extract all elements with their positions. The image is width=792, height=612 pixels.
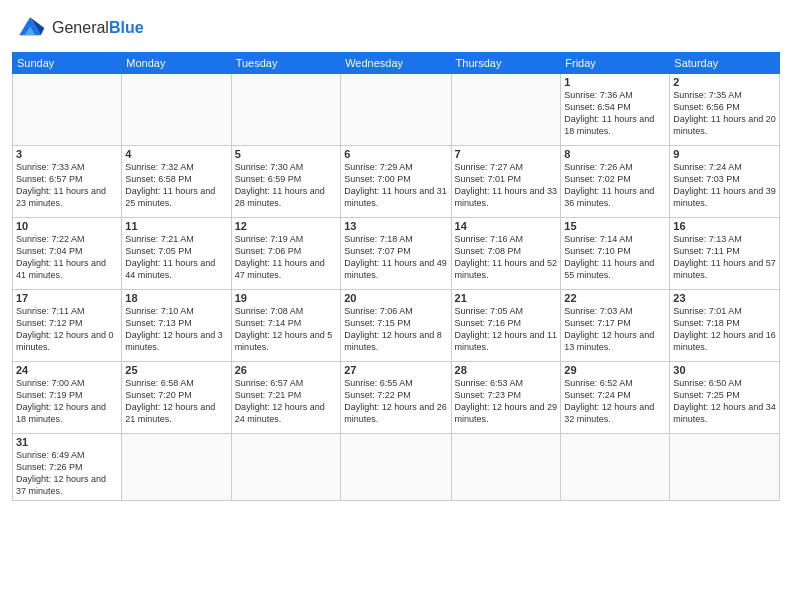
day-info: Sunrise: 7:01 AMSunset: 7:18 PMDaylight:… (673, 305, 776, 354)
calendar-cell: 30Sunrise: 6:50 AMSunset: 7:25 PMDayligh… (670, 362, 780, 434)
day-number: 21 (455, 292, 558, 304)
calendar-week-row: 17Sunrise: 7:11 AMSunset: 7:12 PMDayligh… (13, 290, 780, 362)
calendar-cell (451, 434, 561, 501)
weekday-header-row: SundayMondayTuesdayWednesdayThursdayFrid… (13, 53, 780, 74)
day-info: Sunrise: 7:10 AMSunset: 7:13 PMDaylight:… (125, 305, 227, 354)
calendar-cell: 22Sunrise: 7:03 AMSunset: 7:17 PMDayligh… (561, 290, 670, 362)
logo-text: GeneralBlue (52, 19, 144, 37)
day-info: Sunrise: 6:55 AMSunset: 7:22 PMDaylight:… (344, 377, 447, 426)
day-number: 11 (125, 220, 227, 232)
day-number: 9 (673, 148, 776, 160)
calendar-week-row: 31Sunrise: 6:49 AMSunset: 7:26 PMDayligh… (13, 434, 780, 501)
day-info: Sunrise: 7:19 AMSunset: 7:06 PMDaylight:… (235, 233, 338, 282)
logo: GeneralBlue (12, 10, 144, 46)
calendar-table: SundayMondayTuesdayWednesdayThursdayFrid… (12, 52, 780, 501)
calendar-week-row: 3Sunrise: 7:33 AMSunset: 6:57 PMDaylight… (13, 146, 780, 218)
day-number: 22 (564, 292, 666, 304)
day-number: 12 (235, 220, 338, 232)
calendar-cell (231, 434, 341, 501)
day-number: 5 (235, 148, 338, 160)
calendar-cell: 19Sunrise: 7:08 AMSunset: 7:14 PMDayligh… (231, 290, 341, 362)
calendar-cell: 28Sunrise: 6:53 AMSunset: 7:23 PMDayligh… (451, 362, 561, 434)
day-info: Sunrise: 6:50 AMSunset: 7:25 PMDaylight:… (673, 377, 776, 426)
calendar-cell: 7Sunrise: 7:27 AMSunset: 7:01 PMDaylight… (451, 146, 561, 218)
calendar-cell: 21Sunrise: 7:05 AMSunset: 7:16 PMDayligh… (451, 290, 561, 362)
logo-icon (12, 10, 48, 46)
day-info: Sunrise: 7:21 AMSunset: 7:05 PMDaylight:… (125, 233, 227, 282)
calendar-cell (122, 74, 231, 146)
day-number: 16 (673, 220, 776, 232)
day-info: Sunrise: 7:22 AMSunset: 7:04 PMDaylight:… (16, 233, 118, 282)
day-number: 28 (455, 364, 558, 376)
day-number: 14 (455, 220, 558, 232)
day-info: Sunrise: 7:16 AMSunset: 7:08 PMDaylight:… (455, 233, 558, 282)
calendar-week-row: 10Sunrise: 7:22 AMSunset: 7:04 PMDayligh… (13, 218, 780, 290)
calendar-cell: 10Sunrise: 7:22 AMSunset: 7:04 PMDayligh… (13, 218, 122, 290)
calendar-cell: 12Sunrise: 7:19 AMSunset: 7:06 PMDayligh… (231, 218, 341, 290)
calendar-cell (670, 434, 780, 501)
calendar-week-row: 24Sunrise: 7:00 AMSunset: 7:19 PMDayligh… (13, 362, 780, 434)
calendar-cell: 27Sunrise: 6:55 AMSunset: 7:22 PMDayligh… (341, 362, 451, 434)
calendar-cell: 4Sunrise: 7:32 AMSunset: 6:58 PMDaylight… (122, 146, 231, 218)
calendar-week-row: 1Sunrise: 7:36 AMSunset: 6:54 PMDaylight… (13, 74, 780, 146)
day-number: 25 (125, 364, 227, 376)
calendar-cell: 5Sunrise: 7:30 AMSunset: 6:59 PMDaylight… (231, 146, 341, 218)
calendar-cell: 16Sunrise: 7:13 AMSunset: 7:11 PMDayligh… (670, 218, 780, 290)
calendar-cell: 17Sunrise: 7:11 AMSunset: 7:12 PMDayligh… (13, 290, 122, 362)
calendar-cell: 20Sunrise: 7:06 AMSunset: 7:15 PMDayligh… (341, 290, 451, 362)
day-number: 30 (673, 364, 776, 376)
day-number: 26 (235, 364, 338, 376)
day-info: Sunrise: 7:00 AMSunset: 7:19 PMDaylight:… (16, 377, 118, 426)
day-info: Sunrise: 7:08 AMSunset: 7:14 PMDaylight:… (235, 305, 338, 354)
day-info: Sunrise: 7:33 AMSunset: 6:57 PMDaylight:… (16, 161, 118, 210)
day-number: 8 (564, 148, 666, 160)
day-info: Sunrise: 6:57 AMSunset: 7:21 PMDaylight:… (235, 377, 338, 426)
calendar-cell: 14Sunrise: 7:16 AMSunset: 7:08 PMDayligh… (451, 218, 561, 290)
page: GeneralBlue SundayMondayTuesdayWednesday… (0, 0, 792, 612)
calendar-cell: 18Sunrise: 7:10 AMSunset: 7:13 PMDayligh… (122, 290, 231, 362)
day-number: 31 (16, 436, 118, 448)
day-number: 7 (455, 148, 558, 160)
weekday-header-friday: Friday (561, 53, 670, 74)
day-number: 3 (16, 148, 118, 160)
day-info: Sunrise: 7:29 AMSunset: 7:00 PMDaylight:… (344, 161, 447, 210)
calendar-cell (13, 74, 122, 146)
calendar-cell: 2Sunrise: 7:35 AMSunset: 6:56 PMDaylight… (670, 74, 780, 146)
day-info: Sunrise: 7:05 AMSunset: 7:16 PMDaylight:… (455, 305, 558, 354)
day-number: 20 (344, 292, 447, 304)
calendar-cell: 11Sunrise: 7:21 AMSunset: 7:05 PMDayligh… (122, 218, 231, 290)
day-info: Sunrise: 7:32 AMSunset: 6:58 PMDaylight:… (125, 161, 227, 210)
day-number: 6 (344, 148, 447, 160)
day-info: Sunrise: 7:13 AMSunset: 7:11 PMDaylight:… (673, 233, 776, 282)
calendar-cell: 13Sunrise: 7:18 AMSunset: 7:07 PMDayligh… (341, 218, 451, 290)
day-info: Sunrise: 7:36 AMSunset: 6:54 PMDaylight:… (564, 89, 666, 138)
calendar-cell: 8Sunrise: 7:26 AMSunset: 7:02 PMDaylight… (561, 146, 670, 218)
calendar-cell (341, 434, 451, 501)
calendar-cell: 15Sunrise: 7:14 AMSunset: 7:10 PMDayligh… (561, 218, 670, 290)
header: GeneralBlue (12, 10, 780, 46)
day-info: Sunrise: 6:52 AMSunset: 7:24 PMDaylight:… (564, 377, 666, 426)
weekday-header-wednesday: Wednesday (341, 53, 451, 74)
day-number: 18 (125, 292, 227, 304)
day-info: Sunrise: 7:30 AMSunset: 6:59 PMDaylight:… (235, 161, 338, 210)
calendar-cell (451, 74, 561, 146)
calendar-cell: 25Sunrise: 6:58 AMSunset: 7:20 PMDayligh… (122, 362, 231, 434)
calendar-cell: 26Sunrise: 6:57 AMSunset: 7:21 PMDayligh… (231, 362, 341, 434)
day-number: 10 (16, 220, 118, 232)
calendar-cell: 6Sunrise: 7:29 AMSunset: 7:00 PMDaylight… (341, 146, 451, 218)
weekday-header-tuesday: Tuesday (231, 53, 341, 74)
calendar-cell (561, 434, 670, 501)
calendar-cell (122, 434, 231, 501)
calendar-cell: 29Sunrise: 6:52 AMSunset: 7:24 PMDayligh… (561, 362, 670, 434)
calendar-cell: 9Sunrise: 7:24 AMSunset: 7:03 PMDaylight… (670, 146, 780, 218)
day-info: Sunrise: 7:35 AMSunset: 6:56 PMDaylight:… (673, 89, 776, 138)
day-number: 1 (564, 76, 666, 88)
calendar-cell (341, 74, 451, 146)
weekday-header-monday: Monday (122, 53, 231, 74)
calendar-cell: 1Sunrise: 7:36 AMSunset: 6:54 PMDaylight… (561, 74, 670, 146)
day-info: Sunrise: 7:14 AMSunset: 7:10 PMDaylight:… (564, 233, 666, 282)
day-number: 23 (673, 292, 776, 304)
weekday-header-saturday: Saturday (670, 53, 780, 74)
calendar-cell: 23Sunrise: 7:01 AMSunset: 7:18 PMDayligh… (670, 290, 780, 362)
calendar-cell: 3Sunrise: 7:33 AMSunset: 6:57 PMDaylight… (13, 146, 122, 218)
